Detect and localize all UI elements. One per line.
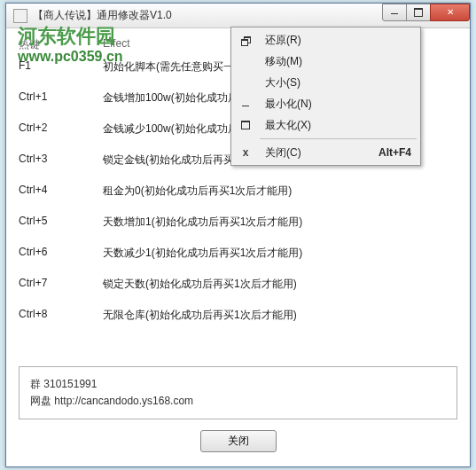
menu-close[interactable]: 关闭(C) Alt+F4	[258, 142, 418, 163]
hotkey-cell: Ctrl+2	[19, 121, 103, 137]
effect-cell: 金钱增加100w(初始化成功后	[103, 90, 238, 106]
menu-move[interactable]: 移动(M)	[258, 51, 418, 72]
hotkey-row: Ctrl+7锁定天数(初始化成功后再买1次后才能用)	[19, 277, 457, 292]
titlebar[interactable]: 【商人传说】通用修改器V1.0 ✕	[6, 4, 470, 28]
menu-items: 还原(R) 移动(M) 大小(S) 最小化(N) 最大化(X) 关闭(C) Al…	[258, 29, 418, 163]
hotkey-row: Ctrl+4租金为0(初始化成功后再买1次后才能用)	[19, 184, 457, 199]
info-box: 群 310151991 网盘 http://cancandodo.ys168.c…	[19, 366, 457, 419]
hotkey-row: Ctrl+5天数增加1(初始化成功后再买1次后才能用)	[19, 215, 457, 230]
menu-size[interactable]: 大小(S)	[258, 72, 418, 93]
close-icon: ✕	[447, 7, 454, 17]
hotkey-row: Ctrl+8无限仓库(初始化成功后再买1次后才能用)	[19, 308, 457, 323]
hotkey-cell: Ctrl+3	[19, 153, 103, 168]
menu-separator	[260, 138, 417, 139]
effect-cell: 无限仓库(初始化成功后再买1次后才能用)	[103, 308, 297, 323]
hotkey-cell: Ctrl+4	[19, 184, 103, 199]
header-hotkey: 热键	[19, 37, 103, 52]
maximize-menu-icon	[233, 114, 258, 136]
effect-cell: 天数增加1(初始化成功后再买1次后才能用)	[103, 215, 302, 230]
size-icon	[233, 72, 258, 93]
system-menu: x 还原(R) 移动(M) 大小(S) 最小化(N) 最大化(X) 关闭(C) …	[230, 27, 421, 166]
minimize-button[interactable]	[382, 4, 407, 21]
menu-maximize[interactable]: 最大化(X)	[258, 114, 418, 136]
restore-icon	[233, 29, 258, 51]
hotkey-cell: Ctrl+5	[19, 215, 103, 230]
info-line-group: 群 310151991	[30, 376, 446, 393]
menu-icon-strip: x	[233, 29, 258, 163]
window-controls: ✕	[383, 4, 470, 21]
close-app-button[interactable]: 关闭	[200, 430, 277, 452]
footer: 关闭	[19, 419, 457, 458]
hotkey-cell: Ctrl+6	[19, 246, 103, 261]
app-icon	[13, 9, 27, 23]
hotkey-row: Ctrl+6天数减少1(初始化成功后再买1次后才能用)	[19, 246, 457, 261]
hotkey-cell: Ctrl+7	[19, 277, 103, 292]
menu-restore[interactable]: 还原(R)	[258, 29, 418, 51]
header-effect: Effect	[103, 37, 129, 52]
minimize-icon	[391, 10, 398, 14]
menu-minimize[interactable]: 最小化(N)	[258, 93, 418, 114]
hotkey-cell: F1	[19, 59, 103, 74]
maximize-button[interactable]	[406, 4, 431, 21]
window-title: 【商人传说】通用修改器V1.0	[33, 8, 383, 23]
close-button[interactable]: ✕	[430, 4, 470, 21]
close-menu-icon: x	[233, 142, 258, 163]
minimize-menu-icon	[233, 93, 258, 114]
move-icon	[233, 51, 258, 72]
effect-cell: 锁定天数(初始化成功后再买1次后才能用)	[103, 277, 297, 292]
info-line-url: 网盘 http://cancandodo.ys168.com	[30, 393, 446, 410]
hotkey-cell: Ctrl+8	[19, 308, 103, 323]
effect-cell: 租金为0(初始化成功后再买1次后才能用)	[103, 184, 292, 199]
effect-cell: 天数减少1(初始化成功后再买1次后才能用)	[103, 246, 302, 261]
maximize-icon	[414, 8, 423, 17]
hotkey-cell: Ctrl+1	[19, 90, 103, 106]
effect-cell: 初始化脚本(需先任意购买一	[103, 59, 234, 74]
